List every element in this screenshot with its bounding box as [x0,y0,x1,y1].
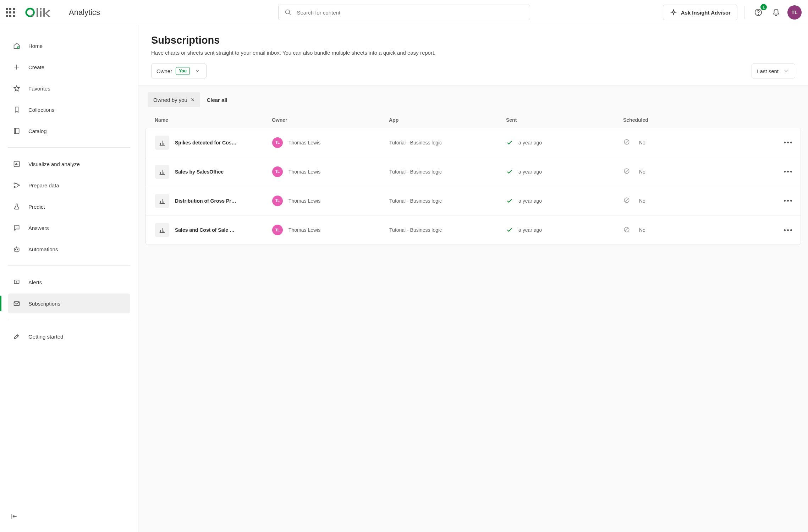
qlik-logo[interactable]: Analytics [25,6,100,18]
clear-all-button[interactable]: Clear all [207,97,227,103]
sidebar-item-label: Answers [28,225,49,231]
svg-point-9 [758,14,758,15]
app-launcher-icon[interactable] [6,8,16,17]
top-bar: Analytics Ask Insight Advisor 1 TL [0,0,808,25]
robot-icon [13,245,21,253]
sidebar-item-home[interactable]: Home [8,36,130,56]
row-more-button[interactable] [781,136,794,149]
notifications-button[interactable] [770,6,782,19]
sidebar-item-predict[interactable]: Predict [8,197,130,216]
owner-avatar: TL [272,166,283,177]
cell-name: Spikes detected for Cos… [155,136,272,150]
cell-app: Tutorial - Business logic [389,227,506,233]
table-row[interactable]: Sales and Cost of Sale …TLThomas LewisTu… [146,215,801,245]
table-body: Spikes detected for Cos…TLThomas LewisTu… [145,128,801,245]
chevron-down-icon [193,67,201,75]
search-input[interactable] [296,9,524,16]
sidebar-item-favorites[interactable]: Favorites [8,78,130,98]
table-row[interactable]: Spikes detected for Cos…TLThomas LewisTu… [146,128,801,157]
cell-sent: a year ago [506,139,623,146]
scheduled-label: No [639,198,645,204]
owner-name: Thomas Lewis [288,198,320,204]
avatar-initials: TL [791,10,797,15]
svg-line-28 [625,199,628,202]
svg-rect-5 [43,8,45,17]
chart-icon [155,136,169,150]
chart-icon [155,194,169,208]
col-name[interactable]: Name [155,117,272,123]
sort-filter[interactable]: Last sent [752,64,795,78]
cell-app: Tutorial - Business logic [389,198,506,204]
divider [8,265,130,266]
row-more-button[interactable] [781,224,794,236]
sidebar-item-answers[interactable]: Answers [8,218,130,238]
sidebar-item-label: Subscriptions [28,301,60,307]
filter-row: Owner You Last sent [138,64,808,86]
col-scheduled[interactable]: Scheduled [623,117,766,123]
sidebar-item-automations[interactable]: Automations [8,239,130,259]
col-sent[interactable]: Sent [506,117,623,123]
topbar-right: Ask Insight Advisor 1 TL [663,5,802,20]
sidebar-group: HomeCreateFavoritesCollectionsCatalog [0,32,138,145]
sidebar-item-subscriptions[interactable]: Subscriptions [8,294,130,313]
cell-actions [766,165,794,178]
cell-app: Tutorial - Business logic [389,169,506,175]
sidebar-group: Visualize and analyzePrepare dataPredict… [0,150,138,263]
divider [8,147,130,148]
shell: HomeCreateFavoritesCollectionsCatalogVis… [0,25,808,532]
search-icon [284,9,292,16]
subscription-name: Distribution of Gross Pr… [175,198,236,204]
chart-icon [155,223,169,237]
svg-line-26 [625,170,628,173]
sidebar-item-catalog[interactable]: Catalog [8,121,130,141]
close-icon[interactable]: × [191,96,195,104]
sidebar-item-create[interactable]: Create [8,57,130,77]
table-row[interactable]: Distribution of Gross Pr…TLThomas LewisT… [146,186,801,215]
flow-icon [13,181,21,189]
table-row[interactable]: Sales by SalesOfficeTLThomas LewisTutori… [146,157,801,186]
sidebar: HomeCreateFavoritesCollectionsCatalogVis… [0,25,138,532]
row-more-button[interactable] [781,165,794,178]
sidebar-item-label: Visualize and analyze [28,161,80,167]
cell-actions [766,194,794,207]
sidebar-item-collections[interactable]: Collections [8,100,130,120]
cell-scheduled: No [623,168,766,175]
cell-name: Sales by SalesOffice [155,165,272,179]
cell-app: Tutorial - Business logic [389,140,506,146]
not-scheduled-icon [623,139,630,146]
sidebar-item-label: Collections [28,107,54,113]
owner-name: Thomas Lewis [288,169,320,175]
sidebar-item-label: Catalog [28,128,47,134]
user-avatar[interactable]: TL [787,5,802,20]
svg-point-10 [17,47,19,49]
svg-point-22 [17,336,18,336]
sidebar-group: Getting started [0,322,138,351]
sidebar-item-alerts[interactable]: Alerts [8,272,130,292]
book-icon [13,127,21,135]
sidebar-item-label: Home [28,43,43,49]
collapse-sidebar-button[interactable] [8,510,21,523]
filter-chip-owned-by-you[interactable]: Owned by you × [148,92,200,107]
plus-icon [13,63,21,71]
sidebar-item-prepare[interactable]: Prepare data [8,175,130,195]
home-icon [13,42,21,50]
row-more-button[interactable] [781,194,794,207]
svg-point-18 [17,249,18,250]
owner-filter[interactable]: Owner You [151,64,207,78]
sidebar-item-visualize[interactable]: Visualize and analyze [8,154,130,174]
global-search[interactable] [278,5,530,20]
col-app[interactable]: App [389,117,506,123]
divider [744,6,745,19]
rocket-icon [13,333,21,340]
cell-owner: TLThomas Lewis [272,137,389,148]
alert-icon [13,278,21,286]
sidebar-item-getting_started[interactable]: Getting started [8,327,130,346]
sort-filter-label: Last sent [757,68,779,74]
col-owner[interactable]: Owner [272,117,389,123]
cell-owner: TLThomas Lewis [272,196,389,206]
scheduled-label: No [639,140,645,146]
help-button[interactable]: 1 [752,6,765,19]
sparkle-icon [670,9,677,16]
sidebar-item-label: Create [28,64,44,70]
ask-insight-advisor-button[interactable]: Ask Insight Advisor [663,5,737,20]
